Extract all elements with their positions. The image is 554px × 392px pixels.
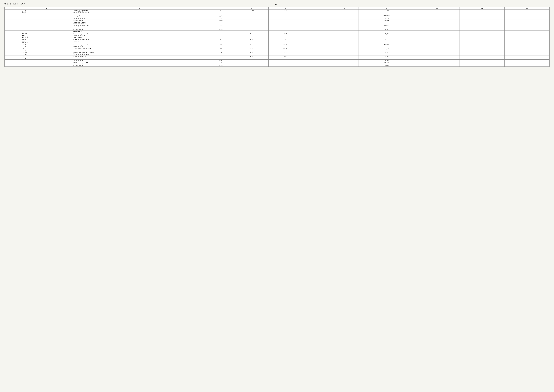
row-unit: руб (207, 62, 235, 64)
row-col12 (505, 38, 549, 44)
row-col12 (505, 64, 549, 67)
row-col7 (302, 15, 330, 17)
row-col6 (269, 17, 302, 20)
row-col12 (505, 17, 549, 20)
row-unit: к–т (207, 56, 235, 60)
row-ref (21, 20, 72, 22)
row-col8 (330, 33, 359, 38)
row-desc: ИТОГО по разделу–У1 (72, 62, 207, 64)
row-col12 (505, 33, 549, 38)
row-col5 (235, 17, 269, 20)
row-price: 2,97 (269, 56, 302, 60)
row-col10 (415, 60, 459, 62)
row-col6 (269, 64, 302, 67)
row-col8 (330, 56, 359, 60)
row-col10 (415, 28, 459, 31)
row-col11 (459, 62, 505, 64)
row-qty: 7,95 (235, 44, 269, 48)
row-col7 (302, 20, 330, 22)
row-col6 (269, 28, 302, 31)
table-row: 1 10–107 табл 10.20–3 Установка дверных … (5, 33, 549, 38)
table-row: РАЗДЕЛ–У1 "ДВЕРИ" (5, 22, 549, 24)
row-price: 14,20 (269, 44, 302, 48)
row-desc: Установка дверных блоков площадью до 3 м… (72, 33, 207, 38)
row-total: 342,85 (359, 20, 415, 22)
page-header: ТП 221-1-443.85 СМ, АЛГ.УП – 164 – (5, 3, 549, 5)
row-unit (207, 22, 235, 24)
row-col8 (330, 62, 359, 64)
row-total: 6,73 (359, 52, 415, 56)
row-col10 (415, 24, 459, 28)
row-num (5, 20, 21, 22)
row-col8 (330, 44, 359, 48)
row-col5 (235, 28, 269, 31)
row-col10 (415, 31, 459, 33)
table-row: 5 Ц1 чж1 п. 446 Приборы для дверей, вход… (5, 52, 549, 56)
row-unit: ч–час (207, 28, 235, 31)
row-col8 (330, 64, 359, 67)
row-num: 5 (5, 52, 21, 56)
row-qty: 5,00 (235, 56, 269, 60)
row-col6 (269, 60, 302, 62)
row-col10 (415, 64, 459, 67)
row-col11 (459, 9, 505, 15)
row-col11 (459, 33, 505, 38)
row-num (5, 24, 21, 28)
col-header-7: 7 (302, 7, 330, 9)
row-col7 (302, 62, 330, 64)
row-col7 (302, 24, 330, 28)
col-header-12: 12 (505, 7, 549, 9)
row-ref (21, 17, 72, 20)
row-ref (21, 64, 72, 67)
row-unit: руб. (207, 60, 235, 62)
row-col7 (302, 38, 330, 44)
row-col11 (459, 52, 505, 56)
table-row: Итого по разделу– У1 основной сметы руб … (5, 24, 549, 28)
row-desc: Затраты труда (72, 28, 207, 31)
row-section-label: РАЗДЕЛ–У1 "ДВЕРИ" (72, 22, 207, 24)
row-col11 (459, 20, 505, 22)
row-ref: Ц1 чж1 п. 446 (21, 52, 72, 56)
row-desc: Стоимость дверных блоков марки ДГ 21–8 (72, 44, 207, 48)
row-unit: ч/час (207, 64, 235, 67)
row-col10 (415, 17, 459, 20)
row-desc: Итого добавляется (72, 60, 207, 62)
row-col7 (302, 22, 330, 24)
row-total (359, 31, 415, 33)
row-col12 (505, 20, 549, 22)
row-col8 (330, 24, 359, 28)
row-desc: Стоимость перемычек марки 1ПР2–15, 12, 1… (72, 9, 207, 15)
row-ref: –"– п 239 (21, 48, 72, 52)
row-col10 (415, 44, 459, 48)
row-ref: Ц1 чЦ п 218 (21, 44, 72, 48)
row-col5 (235, 60, 269, 62)
row-col12 (505, 56, 549, 60)
row-col7 (302, 48, 330, 52)
row-col5 (235, 20, 269, 22)
row-qty: 2,05 (235, 48, 269, 52)
row-price: 6,73 (269, 52, 302, 56)
row-num (5, 31, 21, 33)
row-col5 (235, 64, 269, 67)
row-qty: 7,95 (235, 33, 269, 38)
row-total: 37,52 (359, 48, 415, 52)
row-desc: Итого по разделу– У1 основной сметы (72, 24, 207, 28)
row-col8 (330, 28, 359, 31)
row-col5 (235, 31, 269, 33)
header-left: ТП 221-1-443.85 СМ, АЛГ.УП (5, 3, 25, 5)
row-col11 (459, 56, 505, 60)
row-col10 (415, 15, 459, 17)
row-col6 (269, 24, 302, 28)
row-col8 (330, 31, 359, 33)
row-unit: к–т (207, 52, 235, 56)
row-num (5, 22, 21, 24)
table-row: 3 С С Ц Том 3 п 867 Стоимость перемычек … (5, 9, 549, 15)
row-desc: Затраты труда (72, 20, 207, 22)
row-qty: 10,00 (235, 9, 269, 15)
row-num: 3 (5, 9, 21, 15)
row-num (5, 15, 21, 17)
row-ref (21, 15, 72, 17)
row-total: 21,20 (359, 9, 415, 15)
row-col11 (459, 60, 505, 62)
row-total: 2,97 (359, 38, 415, 44)
